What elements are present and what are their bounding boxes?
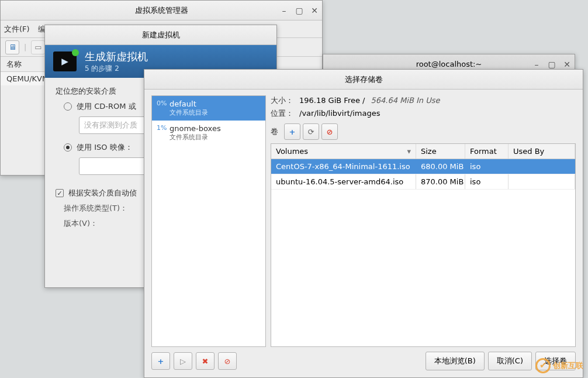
volume-pane: 大小： 196.18 GiB Free / 564.64 MiB In Use … xyxy=(271,95,576,347)
watermark-icon xyxy=(535,358,551,373)
new-vm-icon[interactable]: 🖥 xyxy=(5,40,19,54)
maximize-icon[interactable]: ▢ xyxy=(548,60,556,68)
delete-pool-button[interactable]: ⊘ xyxy=(218,352,237,370)
browse-local-button[interactable]: 本地浏览(B) xyxy=(426,352,485,370)
wizard-icon xyxy=(53,51,77,71)
pool-item-gnome-boxes[interactable]: 1% gnome-boxes 文件系统目录 xyxy=(152,121,265,145)
open-vm-icon[interactable]: ▭ xyxy=(31,40,45,54)
refresh-button[interactable]: ⟳ xyxy=(303,123,319,140)
cancel-button[interactable]: 取消(C) xyxy=(488,352,532,370)
start-pool-button[interactable]: ▷ xyxy=(174,352,192,370)
volume-table: Volumes ▾ Size Format Used By CentOS-7-x… xyxy=(271,143,576,347)
delete-volume-button[interactable]: ⊘ xyxy=(321,123,338,140)
size-label: 大小： xyxy=(271,95,293,106)
vmmgr-titlebar: 虚拟系统管理器 – ▢ ✕ xyxy=(1,1,322,20)
vmmgr-title: 虚拟系统管理器 xyxy=(135,5,188,16)
radio-iso-label: 使用 ISO 映像： xyxy=(77,142,133,153)
size-free: 196.18 GiB Free / xyxy=(299,96,365,105)
terminal-title: root@localhost:~ xyxy=(416,60,482,68)
vol-label: 卷 xyxy=(271,126,278,137)
col-format[interactable]: Format xyxy=(465,144,509,159)
pool-item-default[interactable]: 0% default 文件系统目录 xyxy=(152,96,265,121)
maximize-icon[interactable]: ▢ xyxy=(295,6,303,15)
col-usedby[interactable]: Used By xyxy=(509,144,575,159)
radio-cdrom-label: 使用 CD-ROM 或 xyxy=(77,101,136,112)
stop-pool-button[interactable]: ✖ xyxy=(196,352,215,370)
storage-titlebar: 选择存储卷 xyxy=(144,70,583,90)
volume-table-header: Volumes ▾ Size Format Used By xyxy=(271,144,575,159)
radio-cdrom[interactable] xyxy=(64,102,72,111)
table-row[interactable]: ubuntu-16.04.5-server-amd64.iso 870.00 M… xyxy=(271,174,575,190)
storage-window: 选择存储卷 0% default 文件系统目录 1% xyxy=(144,69,583,378)
table-row[interactable]: CentOS-7-x86_64-Minimal-1611.iso 680.00 … xyxy=(271,159,575,174)
checkbox-autodetect[interactable] xyxy=(56,189,64,197)
wizard-titlebar: 新建虚拟机 xyxy=(45,25,276,45)
col-size[interactable]: Size xyxy=(416,144,465,159)
wizard-title: 生成新虚拟机 xyxy=(85,50,148,64)
col-volumes[interactable]: Volumes ▾ xyxy=(271,144,416,159)
menu-file[interactable]: 文件(F) xyxy=(4,24,30,35)
add-pool-button[interactable]: + xyxy=(151,352,170,370)
add-volume-button[interactable]: + xyxy=(284,123,300,140)
size-used: 564.64 MiB In Use xyxy=(371,96,440,105)
wizard-win-title: 新建虚拟机 xyxy=(142,30,180,40)
minimize-icon[interactable]: – xyxy=(532,60,541,68)
location-label: 位置： xyxy=(271,108,293,119)
pool-list: 0% default 文件系统目录 1% gnome-boxes 文件系统目录 xyxy=(151,95,266,347)
wizard-step: 5 的步骤 2 xyxy=(85,64,148,74)
watermark: 创新互联 xyxy=(535,358,583,373)
checkbox-autodetect-label: 根据安装介质自动侦 xyxy=(68,188,137,198)
location-value: /var/lib/libvirt/images xyxy=(299,109,381,118)
close-icon[interactable]: ✕ xyxy=(563,60,571,68)
radio-iso[interactable] xyxy=(64,143,72,152)
storage-win-title: 选择存储卷 xyxy=(345,74,383,85)
sort-icon: ▾ xyxy=(407,147,411,156)
close-icon[interactable]: ✕ xyxy=(310,6,319,15)
minimize-icon[interactable]: – xyxy=(280,6,288,15)
